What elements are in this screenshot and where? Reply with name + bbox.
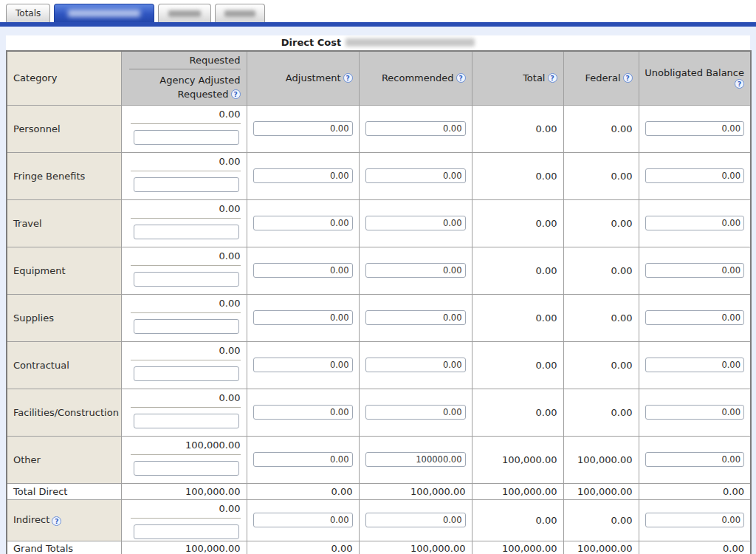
adjustment-input-cell: [247, 105, 359, 152]
agency-adjusted-requested-input[interactable]: [134, 524, 239, 539]
recommended-input-cell: [359, 294, 472, 341]
requested-cell: 0.00: [121, 199, 247, 247]
requested-value: 0.00: [122, 106, 247, 120]
adjustment-total-value: 0.00: [247, 541, 359, 554]
federal-value: 0.00: [563, 199, 639, 247]
category-cell: Travel: [7, 199, 121, 247]
requested-cell: 0.00: [121, 341, 247, 389]
category-cell: Fringe Benefits: [7, 152, 121, 199]
federal-value: 100,000.00: [563, 483, 639, 499]
adjustment-input-cell: [247, 389, 359, 436]
adjustment-input-cell: [247, 199, 359, 247]
help-icon[interactable]: ?: [548, 73, 557, 83]
unobligated-balance-input[interactable]: [645, 168, 745, 183]
help-icon[interactable]: ?: [343, 73, 353, 83]
recommended-total-value: 100,000.00: [359, 541, 472, 554]
recommended-input[interactable]: [365, 263, 466, 278]
adjustment-input[interactable]: [253, 452, 353, 467]
tab-redacted-2[interactable]: [158, 4, 211, 22]
unobligated-balance-input[interactable]: [645, 513, 745, 527]
requested-value: 0.00: [122, 153, 247, 167]
requested-total-value: 100,000.00: [121, 483, 247, 499]
adjustment-input-cell: [247, 499, 359, 541]
recommended-input[interactable]: [365, 513, 466, 527]
adjustment-input[interactable]: [253, 513, 353, 527]
unobligated-balance-input[interactable]: [645, 310, 745, 325]
requested-value: 0.00: [122, 342, 247, 356]
cell-divider: [131, 265, 241, 266]
unobligated-total-value: 0.00: [639, 541, 751, 554]
category-cell: Indirect?: [7, 499, 121, 541]
tab-redacted-3[interactable]: [215, 4, 265, 22]
category-label: Facilities/Construction: [13, 407, 119, 418]
recommended-input-cell: [359, 199, 472, 247]
recommended-input[interactable]: [365, 168, 466, 183]
table-row-personnel: Personnel0.000.000.00: [7, 105, 751, 152]
requested-value: 0.00: [122, 389, 247, 403]
unobligated-total-value: 0.00: [639, 483, 751, 499]
recommended-input[interactable]: [365, 216, 466, 230]
help-icon[interactable]: ?: [735, 79, 744, 89]
help-icon[interactable]: ?: [52, 516, 61, 526]
table-row-other: Other100,000.00100,000.00100,000.00: [7, 436, 751, 483]
cell-divider: [131, 218, 241, 219]
unobligated-balance-input[interactable]: [645, 216, 745, 230]
adjustment-input[interactable]: [253, 168, 353, 183]
category-cell: Facilities/Construction: [7, 389, 121, 436]
recommended-input-cell: [359, 247, 472, 294]
help-icon[interactable]: ?: [231, 89, 241, 99]
total-value: 0.00: [472, 389, 563, 436]
category-label: Indirect: [13, 514, 49, 525]
agency-adjusted-requested-input[interactable]: [134, 272, 239, 287]
category-label: Total Direct: [13, 486, 67, 497]
recommended-input[interactable]: [365, 121, 466, 136]
help-icon[interactable]: ?: [623, 73, 633, 83]
agency-adjusted-requested-header-label: Agency Adjusted Requested?: [122, 69, 247, 105]
tab-active-redacted[interactable]: [54, 4, 154, 22]
unobligated-balance-input-cell: [639, 341, 751, 389]
agency-adjusted-requested-input[interactable]: [134, 177, 239, 192]
total-value: 0.00: [472, 199, 563, 247]
agency-adjusted-requested-input[interactable]: [134, 366, 239, 381]
adjustment-input[interactable]: [253, 358, 353, 372]
recommended-input[interactable]: [365, 452, 466, 467]
requested-header-label: Requested: [122, 52, 247, 67]
agency-adjusted-requested-input[interactable]: [134, 461, 239, 476]
agency-adjusted-requested-input[interactable]: [134, 319, 239, 334]
requested-cell: 0.00: [121, 294, 247, 341]
cell-divider: [131, 518, 241, 519]
unobligated-balance-input[interactable]: [645, 405, 745, 420]
recommended-input[interactable]: [365, 310, 466, 325]
help-icon[interactable]: ?: [456, 73, 466, 83]
tab-totals[interactable]: Totals: [6, 4, 50, 22]
adjustment-input[interactable]: [253, 405, 353, 420]
recommended-input-cell: [359, 499, 472, 541]
recommended-input[interactable]: [365, 358, 466, 372]
adjustment-input-cell: [247, 294, 359, 341]
cell-divider: [131, 123, 241, 124]
federal-value: 0.00: [563, 152, 639, 199]
federal-value: 100,000.00: [563, 541, 639, 554]
agency-adjusted-requested-input[interactable]: [134, 130, 239, 145]
sheet-title: Direct Cost: [6, 35, 750, 50]
category-label: Supplies: [13, 312, 54, 324]
unobligated-balance-input[interactable]: [645, 358, 745, 372]
recommended-input[interactable]: [365, 405, 466, 420]
adjustment-input[interactable]: [253, 121, 353, 136]
adjustment-input[interactable]: [253, 310, 353, 325]
adjustment-input[interactable]: [253, 263, 353, 278]
adjustment-input[interactable]: [253, 216, 353, 230]
category-label: Fringe Benefits: [13, 171, 85, 182]
table-row-indirect: Indirect?0.000.000.00: [7, 499, 751, 541]
cell-divider: [131, 171, 241, 171]
agency-adjusted-requested-input[interactable]: [134, 414, 239, 428]
recommended-input-cell: [359, 436, 472, 483]
cell-divider: [131, 360, 241, 360]
agency-adjusted-requested-input[interactable]: [134, 225, 239, 239]
unobligated-balance-input[interactable]: [645, 121, 745, 136]
unobligated-balance-input[interactable]: [645, 263, 745, 278]
unobligated-balance-input-cell: [639, 436, 751, 483]
total-value: 0.00: [472, 247, 563, 294]
direct-cost-table: Category Requested Agency Adjusted Reque…: [6, 50, 752, 554]
unobligated-balance-input[interactable]: [645, 452, 745, 467]
